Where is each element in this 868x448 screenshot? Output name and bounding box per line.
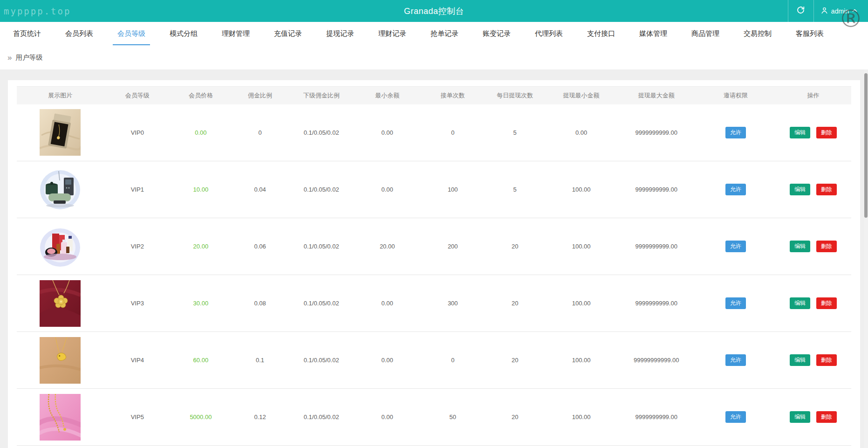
cell-member-price: 30.00	[171, 275, 230, 332]
cell-commission-rate: 0.12	[230, 389, 289, 446]
table-row: VIP3 30.00 0.08 0.1/0.05/0.02 0.00 300 2…	[17, 275, 851, 332]
refresh-icon	[796, 6, 805, 16]
delete-button[interactable]: 删除	[816, 184, 837, 195]
product-image-gold-flower-pendant	[40, 280, 81, 327]
delete-button[interactable]: 删除	[816, 297, 837, 309]
column-header: 邀请权限	[696, 87, 775, 104]
app-header: mypppp.top Granada控制台 admin	[0, 0, 868, 22]
cell-member-level: VIP2	[103, 218, 171, 275]
cell-sub-commission-rate: 0.1/0.05/0.02	[290, 389, 353, 446]
cell-min-balance: 0.00	[353, 161, 422, 218]
cell-commission-rate: 0.1	[230, 332, 289, 389]
nav-tab-4[interactable]: 模式分组	[157, 22, 210, 45]
nav-tab-5[interactable]: 理财管理	[210, 22, 262, 45]
cell-order-count: 50	[422, 389, 484, 446]
scrollbar-thumb[interactable]	[864, 73, 868, 218]
nav-tab-10[interactable]: 账变记录	[471, 22, 523, 45]
cell-order-count: 100	[422, 161, 484, 218]
table-row: VIP4 60.00 0.1 0.1/0.05/0.02 0.00 0 20 1…	[17, 332, 851, 389]
vertical-scrollbar[interactable]	[864, 69, 868, 448]
product-image-jewelry-box-necklace	[40, 109, 81, 156]
cell-max-withdraw: 99999999999.00	[617, 332, 696, 389]
nav-tab-9[interactable]: 抢单记录	[418, 22, 471, 45]
allow-button[interactable]: 允许	[725, 241, 746, 252]
table-row: VIP5 5000.00 0.12 0.1/0.05/0.02 0.00 50 …	[17, 389, 851, 446]
column-header: 操作	[775, 87, 851, 104]
cell-order-count: 0	[422, 332, 484, 389]
nav-tab-2[interactable]: 会员列表	[53, 22, 105, 45]
allow-button[interactable]: 允许	[725, 184, 746, 195]
cell-min-balance: 20.00	[353, 218, 422, 275]
cell-member-price: 5000.00	[171, 389, 230, 446]
cell-max-withdraw: 9999999999.00	[617, 161, 696, 218]
double-chevron-right-icon: »	[7, 54, 12, 62]
edit-button[interactable]: 编辑	[790, 411, 810, 423]
cell-min-withdraw: 100.00	[546, 275, 616, 332]
header-actions: admin	[788, 0, 864, 22]
product-image-gold-pendant	[40, 337, 81, 384]
nav-tab-6[interactable]: 充值记录	[262, 22, 314, 45]
allow-button[interactable]: 允许	[725, 354, 746, 366]
edit-button[interactable]: 编辑	[790, 127, 810, 138]
cell-min-withdraw: 100.00	[546, 161, 616, 218]
nav-tab-1[interactable]: 首页统计	[1, 22, 53, 45]
cell-member-price: 20.00	[171, 218, 230, 275]
nav-tab-7[interactable]: 提现记录	[314, 22, 366, 45]
nav-tab-11[interactable]: 代理列表	[523, 22, 575, 45]
delete-button[interactable]: 删除	[816, 354, 837, 366]
cell-min-withdraw: 100.00	[546, 389, 616, 446]
cell-order-count: 300	[422, 275, 484, 332]
cell-member-price: 0.00	[171, 104, 230, 161]
cell-commission-rate: 0.04	[230, 161, 289, 218]
allow-button[interactable]: 允许	[725, 411, 746, 423]
column-header: 每日提现次数	[484, 87, 546, 104]
cell-min-withdraw: 100.00	[546, 332, 616, 389]
product-image-gold-necklace	[40, 394, 81, 441]
allow-button[interactable]: 允许	[725, 297, 746, 309]
page-title: Granada控制台	[404, 6, 464, 17]
column-header: 佣金比例	[230, 87, 289, 104]
edit-button[interactable]: 编辑	[790, 184, 810, 195]
cell-min-balance: 0.00	[353, 389, 422, 446]
cell-min-balance: 0.00	[353, 332, 422, 389]
cell-daily-withdraw-count: 20	[484, 275, 546, 332]
cell-daily-withdraw-count: 20	[484, 389, 546, 446]
table-body: VIP0 0.00 0 0.1/0.05/0.02 0.00 0 5 0.00 …	[17, 104, 851, 446]
site-watermark: mypppp.top	[4, 6, 71, 16]
nav-tab-14[interactable]: 商品管理	[679, 22, 731, 45]
cell-member-price: 60.00	[171, 332, 230, 389]
column-header: 展示图片	[17, 87, 103, 104]
cell-min-balance: 0.00	[353, 104, 422, 161]
nav-tab-16[interactable]: 客服列表	[784, 22, 836, 45]
cell-member-level: VIP5	[103, 389, 171, 446]
cell-sub-commission-rate: 0.1/0.05/0.02	[290, 161, 353, 218]
allow-button[interactable]: 允许	[725, 127, 746, 138]
user-icon	[820, 7, 828, 16]
delete-button[interactable]: 删除	[816, 411, 837, 423]
column-header: 提现最小金额	[546, 87, 616, 104]
cell-order-count: 0	[422, 104, 484, 161]
nav-tab-8[interactable]: 理财记录	[366, 22, 418, 45]
cell-min-balance: 0.00	[353, 275, 422, 332]
nav-tab-12[interactable]: 支付接口	[575, 22, 627, 45]
cell-member-price: 10.00	[171, 161, 230, 218]
cell-member-level: VIP1	[103, 161, 171, 218]
main-nav: 首页统计会员列表会员等级模式分组理财管理充值记录提现记录理财记录抢单记录账变记录…	[0, 22, 868, 45]
content-area: 展示图片会员等级会员价格佣金比例下级佣金比例最小余额接单次数每日提现次数提现最小…	[0, 69, 868, 448]
edit-button[interactable]: 编辑	[790, 297, 810, 309]
table-card: 展示图片会员等级会员价格佣金比例下级佣金比例最小余额接单次数每日提现次数提现最小…	[8, 80, 860, 448]
cell-sub-commission-rate: 0.1/0.05/0.02	[290, 218, 353, 275]
refresh-button[interactable]	[788, 0, 813, 22]
product-image-green-appliances	[40, 166, 81, 213]
cell-member-level: VIP4	[103, 332, 171, 389]
nav-tab-3[interactable]: 会员等级	[105, 22, 157, 45]
nav-tab-13[interactable]: 媒体管理	[627, 22, 679, 45]
cell-member-level: VIP3	[103, 275, 171, 332]
user-menu[interactable]: admin	[814, 0, 864, 22]
product-image-cosmetics-set	[40, 223, 81, 270]
nav-tab-15[interactable]: 交易控制	[731, 22, 784, 45]
edit-button[interactable]: 编辑	[790, 354, 810, 366]
delete-button[interactable]: 删除	[816, 127, 837, 138]
edit-button[interactable]: 编辑	[790, 241, 810, 252]
delete-button[interactable]: 删除	[816, 241, 837, 252]
